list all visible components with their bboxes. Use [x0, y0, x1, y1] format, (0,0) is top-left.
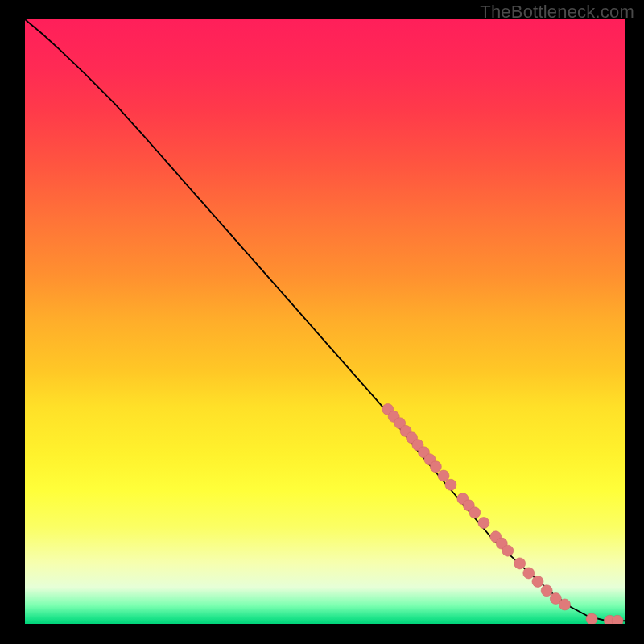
marker-dot	[478, 518, 489, 529]
marker-dot	[514, 558, 526, 569]
chart-frame: TheBottleneck.com	[0, 0, 644, 644]
marker-dot	[502, 545, 514, 556]
marker-dot	[523, 568, 535, 579]
marker-dot	[430, 461, 441, 473]
plot-area	[25, 19, 625, 624]
marker-dot	[586, 613, 597, 624]
markers-group	[382, 403, 623, 624]
marker-dot	[532, 576, 543, 587]
marker-dot	[541, 585, 552, 597]
marker-dot	[469, 507, 481, 518]
marker-dot	[612, 615, 623, 624]
marker-dot	[445, 479, 456, 490]
curve-line	[25, 19, 625, 621]
marker-dot	[559, 599, 571, 610]
plot-svg	[25, 19, 625, 624]
marker-dot	[438, 470, 449, 481]
watermark-label: TheBottleneck.com	[480, 2, 634, 23]
